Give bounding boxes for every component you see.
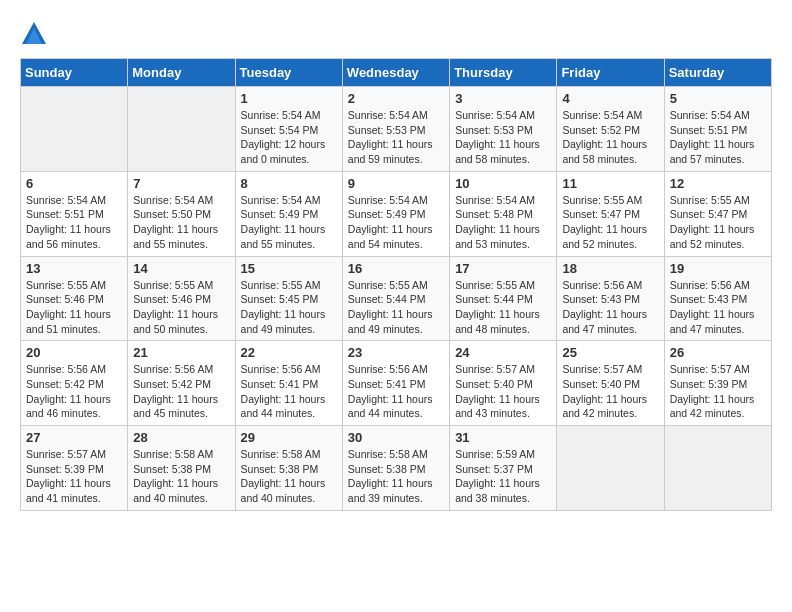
day-info: Sunrise: 5:59 AM Sunset: 5:37 PM Dayligh… bbox=[455, 447, 551, 506]
day-number: 21 bbox=[133, 345, 229, 360]
day-info: Sunrise: 5:55 AM Sunset: 5:47 PM Dayligh… bbox=[670, 193, 766, 252]
logo-icon bbox=[20, 20, 48, 48]
calendar-header: SundayMondayTuesdayWednesdayThursdayFrid… bbox=[21, 59, 772, 87]
calendar-week-3: 13Sunrise: 5:55 AM Sunset: 5:46 PM Dayli… bbox=[21, 256, 772, 341]
day-info: Sunrise: 5:58 AM Sunset: 5:38 PM Dayligh… bbox=[133, 447, 229, 506]
day-number: 2 bbox=[348, 91, 444, 106]
calendar-cell: 29Sunrise: 5:58 AM Sunset: 5:38 PM Dayli… bbox=[235, 426, 342, 511]
calendar-cell: 21Sunrise: 5:56 AM Sunset: 5:42 PM Dayli… bbox=[128, 341, 235, 426]
day-number: 8 bbox=[241, 176, 337, 191]
calendar-cell: 8Sunrise: 5:54 AM Sunset: 5:49 PM Daylig… bbox=[235, 171, 342, 256]
day-number: 4 bbox=[562, 91, 658, 106]
calendar-cell: 22Sunrise: 5:56 AM Sunset: 5:41 PM Dayli… bbox=[235, 341, 342, 426]
day-info: Sunrise: 5:56 AM Sunset: 5:43 PM Dayligh… bbox=[562, 278, 658, 337]
day-number: 14 bbox=[133, 261, 229, 276]
calendar-cell bbox=[21, 87, 128, 172]
day-number: 26 bbox=[670, 345, 766, 360]
day-number: 20 bbox=[26, 345, 122, 360]
day-number: 30 bbox=[348, 430, 444, 445]
calendar-week-4: 20Sunrise: 5:56 AM Sunset: 5:42 PM Dayli… bbox=[21, 341, 772, 426]
calendar-cell: 1Sunrise: 5:54 AM Sunset: 5:54 PM Daylig… bbox=[235, 87, 342, 172]
day-info: Sunrise: 5:55 AM Sunset: 5:46 PM Dayligh… bbox=[26, 278, 122, 337]
day-number: 12 bbox=[670, 176, 766, 191]
day-number: 17 bbox=[455, 261, 551, 276]
calendar-cell: 24Sunrise: 5:57 AM Sunset: 5:40 PM Dayli… bbox=[450, 341, 557, 426]
day-number: 7 bbox=[133, 176, 229, 191]
day-number: 9 bbox=[348, 176, 444, 191]
day-info: Sunrise: 5:56 AM Sunset: 5:42 PM Dayligh… bbox=[26, 362, 122, 421]
day-info: Sunrise: 5:58 AM Sunset: 5:38 PM Dayligh… bbox=[241, 447, 337, 506]
day-number: 11 bbox=[562, 176, 658, 191]
day-info: Sunrise: 5:55 AM Sunset: 5:44 PM Dayligh… bbox=[455, 278, 551, 337]
calendar-cell: 17Sunrise: 5:55 AM Sunset: 5:44 PM Dayli… bbox=[450, 256, 557, 341]
weekday-header-sunday: Sunday bbox=[21, 59, 128, 87]
day-info: Sunrise: 5:57 AM Sunset: 5:40 PM Dayligh… bbox=[455, 362, 551, 421]
day-number: 10 bbox=[455, 176, 551, 191]
page-header bbox=[20, 20, 772, 48]
day-info: Sunrise: 5:54 AM Sunset: 5:48 PM Dayligh… bbox=[455, 193, 551, 252]
day-number: 25 bbox=[562, 345, 658, 360]
day-info: Sunrise: 5:54 AM Sunset: 5:50 PM Dayligh… bbox=[133, 193, 229, 252]
day-number: 3 bbox=[455, 91, 551, 106]
calendar-cell: 31Sunrise: 5:59 AM Sunset: 5:37 PM Dayli… bbox=[450, 426, 557, 511]
calendar-cell: 11Sunrise: 5:55 AM Sunset: 5:47 PM Dayli… bbox=[557, 171, 664, 256]
calendar-cell: 23Sunrise: 5:56 AM Sunset: 5:41 PM Dayli… bbox=[342, 341, 449, 426]
calendar-week-2: 6Sunrise: 5:54 AM Sunset: 5:51 PM Daylig… bbox=[21, 171, 772, 256]
calendar-cell bbox=[128, 87, 235, 172]
calendar-week-1: 1Sunrise: 5:54 AM Sunset: 5:54 PM Daylig… bbox=[21, 87, 772, 172]
calendar-cell: 7Sunrise: 5:54 AM Sunset: 5:50 PM Daylig… bbox=[128, 171, 235, 256]
day-info: Sunrise: 5:57 AM Sunset: 5:39 PM Dayligh… bbox=[26, 447, 122, 506]
calendar-body: 1Sunrise: 5:54 AM Sunset: 5:54 PM Daylig… bbox=[21, 87, 772, 511]
weekday-header-tuesday: Tuesday bbox=[235, 59, 342, 87]
calendar-cell: 16Sunrise: 5:55 AM Sunset: 5:44 PM Dayli… bbox=[342, 256, 449, 341]
day-number: 5 bbox=[670, 91, 766, 106]
calendar-cell: 15Sunrise: 5:55 AM Sunset: 5:45 PM Dayli… bbox=[235, 256, 342, 341]
calendar-cell: 3Sunrise: 5:54 AM Sunset: 5:53 PM Daylig… bbox=[450, 87, 557, 172]
day-number: 23 bbox=[348, 345, 444, 360]
day-number: 19 bbox=[670, 261, 766, 276]
calendar-cell: 9Sunrise: 5:54 AM Sunset: 5:49 PM Daylig… bbox=[342, 171, 449, 256]
day-info: Sunrise: 5:57 AM Sunset: 5:39 PM Dayligh… bbox=[670, 362, 766, 421]
day-number: 18 bbox=[562, 261, 658, 276]
calendar-cell: 10Sunrise: 5:54 AM Sunset: 5:48 PM Dayli… bbox=[450, 171, 557, 256]
day-info: Sunrise: 5:54 AM Sunset: 5:49 PM Dayligh… bbox=[241, 193, 337, 252]
weekday-header-thursday: Thursday bbox=[450, 59, 557, 87]
day-info: Sunrise: 5:54 AM Sunset: 5:51 PM Dayligh… bbox=[26, 193, 122, 252]
day-number: 28 bbox=[133, 430, 229, 445]
day-info: Sunrise: 5:54 AM Sunset: 5:49 PM Dayligh… bbox=[348, 193, 444, 252]
calendar-cell: 26Sunrise: 5:57 AM Sunset: 5:39 PM Dayli… bbox=[664, 341, 771, 426]
calendar-cell: 6Sunrise: 5:54 AM Sunset: 5:51 PM Daylig… bbox=[21, 171, 128, 256]
calendar-table: SundayMondayTuesdayWednesdayThursdayFrid… bbox=[20, 58, 772, 511]
day-info: Sunrise: 5:55 AM Sunset: 5:44 PM Dayligh… bbox=[348, 278, 444, 337]
calendar-cell: 19Sunrise: 5:56 AM Sunset: 5:43 PM Dayli… bbox=[664, 256, 771, 341]
weekday-header-monday: Monday bbox=[128, 59, 235, 87]
day-info: Sunrise: 5:54 AM Sunset: 5:51 PM Dayligh… bbox=[670, 108, 766, 167]
day-info: Sunrise: 5:55 AM Sunset: 5:45 PM Dayligh… bbox=[241, 278, 337, 337]
day-info: Sunrise: 5:54 AM Sunset: 5:54 PM Dayligh… bbox=[241, 108, 337, 167]
day-info: Sunrise: 5:56 AM Sunset: 5:41 PM Dayligh… bbox=[241, 362, 337, 421]
day-number: 16 bbox=[348, 261, 444, 276]
day-number: 24 bbox=[455, 345, 551, 360]
calendar-cell: 5Sunrise: 5:54 AM Sunset: 5:51 PM Daylig… bbox=[664, 87, 771, 172]
calendar-cell bbox=[664, 426, 771, 511]
calendar-cell: 13Sunrise: 5:55 AM Sunset: 5:46 PM Dayli… bbox=[21, 256, 128, 341]
day-number: 13 bbox=[26, 261, 122, 276]
calendar-cell bbox=[557, 426, 664, 511]
day-number: 29 bbox=[241, 430, 337, 445]
day-info: Sunrise: 5:58 AM Sunset: 5:38 PM Dayligh… bbox=[348, 447, 444, 506]
calendar-week-5: 27Sunrise: 5:57 AM Sunset: 5:39 PM Dayli… bbox=[21, 426, 772, 511]
day-number: 27 bbox=[26, 430, 122, 445]
weekday-header-friday: Friday bbox=[557, 59, 664, 87]
calendar-cell: 18Sunrise: 5:56 AM Sunset: 5:43 PM Dayli… bbox=[557, 256, 664, 341]
day-number: 31 bbox=[455, 430, 551, 445]
day-number: 6 bbox=[26, 176, 122, 191]
calendar-cell: 30Sunrise: 5:58 AM Sunset: 5:38 PM Dayli… bbox=[342, 426, 449, 511]
weekday-header-saturday: Saturday bbox=[664, 59, 771, 87]
day-info: Sunrise: 5:55 AM Sunset: 5:47 PM Dayligh… bbox=[562, 193, 658, 252]
day-info: Sunrise: 5:55 AM Sunset: 5:46 PM Dayligh… bbox=[133, 278, 229, 337]
calendar-cell: 4Sunrise: 5:54 AM Sunset: 5:52 PM Daylig… bbox=[557, 87, 664, 172]
day-number: 22 bbox=[241, 345, 337, 360]
calendar-cell: 28Sunrise: 5:58 AM Sunset: 5:38 PM Dayli… bbox=[128, 426, 235, 511]
weekday-header-wednesday: Wednesday bbox=[342, 59, 449, 87]
day-number: 1 bbox=[241, 91, 337, 106]
